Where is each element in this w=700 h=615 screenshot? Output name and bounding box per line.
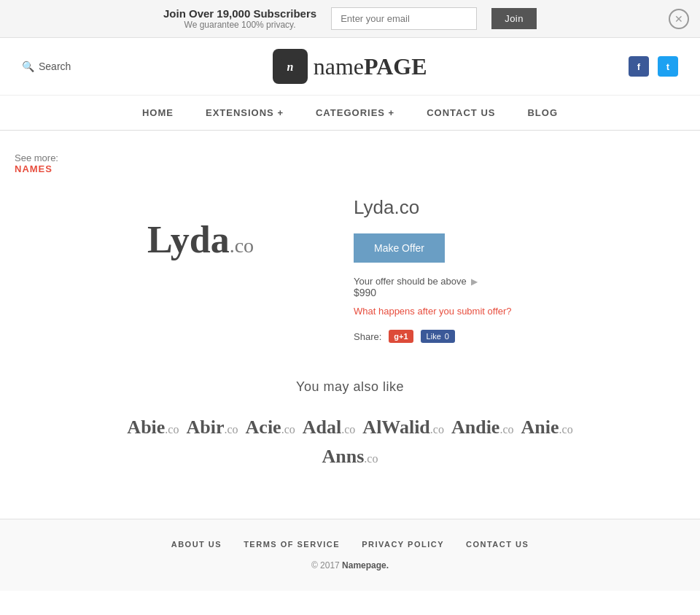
email-input[interactable] (331, 7, 477, 30)
domain-info: Lyda.co Make Offer Your offer should be … (354, 189, 609, 343)
banner-title: Join Over 19,000 Subscribers (163, 7, 316, 20)
also-like-section: You may also like Abie.co Abir.co Acie.c… (15, 379, 685, 468)
domain-section: Lyda.co Lyda.co Make Offer Your offer sh… (15, 189, 685, 343)
banner-text: Join Over 19,000 Subscribers We guarante… (163, 7, 316, 30)
names-link[interactable]: NAMES (15, 163, 52, 174)
list-item[interactable]: Acie.co (246, 417, 295, 438)
share-label: Share: (354, 331, 381, 342)
list-item[interactable]: Abie.co (127, 417, 179, 438)
list-item[interactable]: Andie.co (451, 417, 514, 438)
list-item[interactable]: Abir.co (186, 417, 238, 438)
svg-text:n: n (287, 61, 293, 73)
footer: ABOUT US TERMS OF SERVICE PRIVACY POLICY… (0, 519, 700, 591)
banner-subtitle: We guarantee 100% privacy. (163, 20, 316, 30)
top-banner: Join Over 19,000 Subscribers We guarante… (0, 0, 700, 38)
gplus-button[interactable]: g+1 (389, 330, 413, 343)
list-item[interactable]: Adal.co (303, 417, 356, 438)
list-item[interactable]: AlWalid.co (362, 417, 444, 438)
search-area[interactable]: 🔍 Search (22, 61, 71, 72)
footer-terms[interactable]: TERMS OF SERVICE (244, 540, 340, 549)
also-like-heading: You may also like (29, 379, 671, 395)
domain-logo-area: Lyda.co (91, 189, 310, 290)
footer-copyright: © 2017 Namepage. (15, 560, 685, 570)
list-item[interactable]: Anie.co (521, 417, 573, 438)
offer-arrow-icon: ▶ (471, 276, 478, 287)
social-icons: f t (629, 56, 678, 77)
main-nav: HOME EXTENSIONS + CATEGORIES + CONTACT U… (0, 96, 700, 131)
nav-categories[interactable]: CATEGORIES + (300, 96, 411, 130)
twitter-icon[interactable]: t (658, 56, 678, 77)
see-more-breadcrumb: See more: NAMES (15, 152, 685, 174)
facebook-icon[interactable]: f (629, 56, 649, 77)
offer-question-link[interactable]: What happens after you submit offer? (354, 306, 609, 317)
domain-title: Lyda.co (354, 196, 609, 219)
main-content: See more: NAMES Lyda.co Lyda.co Make Off… (0, 131, 700, 490)
search-label: Search (39, 61, 71, 72)
nav-extensions[interactable]: EXTENSIONS + (190, 96, 300, 130)
also-like-grid: Abie.co Abir.co Acie.co Adal.co AlWalid.… (29, 417, 671, 438)
footer-contact[interactable]: CONTACT US (466, 540, 529, 549)
nav-home[interactable]: HOME (126, 96, 190, 130)
footer-about-us[interactable]: ABOUT US (171, 540, 222, 549)
nav-blog[interactable]: BLOG (511, 96, 574, 130)
footer-brand[interactable]: Namepage. (342, 560, 389, 570)
close-banner-button[interactable]: ✕ (669, 9, 689, 29)
logo-text: namePAGE (314, 53, 427, 80)
offer-note: Your offer should be above ▶ (354, 276, 609, 287)
logo-icon: n (273, 49, 308, 84)
share-row: Share: g+1 Like 0 (354, 330, 609, 343)
footer-links: ABOUT US TERMS OF SERVICE PRIVACY POLICY… (15, 540, 685, 549)
nav-contact[interactable]: CONTACT US (411, 96, 511, 130)
footer-privacy[interactable]: PRIVACY POLICY (362, 540, 444, 549)
see-more-label: See more: (15, 152, 58, 163)
join-button[interactable]: Join (491, 8, 537, 29)
search-icon: 🔍 (22, 61, 34, 72)
facebook-like-button[interactable]: Like 0 (421, 330, 455, 343)
offer-price: $990 (354, 287, 609, 298)
logo[interactable]: n namePAGE (273, 49, 427, 84)
domain-big-name: Lyda.co (147, 218, 254, 261)
header: 🔍 Search n namePAGE f t (0, 38, 700, 96)
make-offer-button[interactable]: Make Offer (354, 233, 445, 263)
list-item[interactable]: Anns.co (322, 446, 378, 468)
